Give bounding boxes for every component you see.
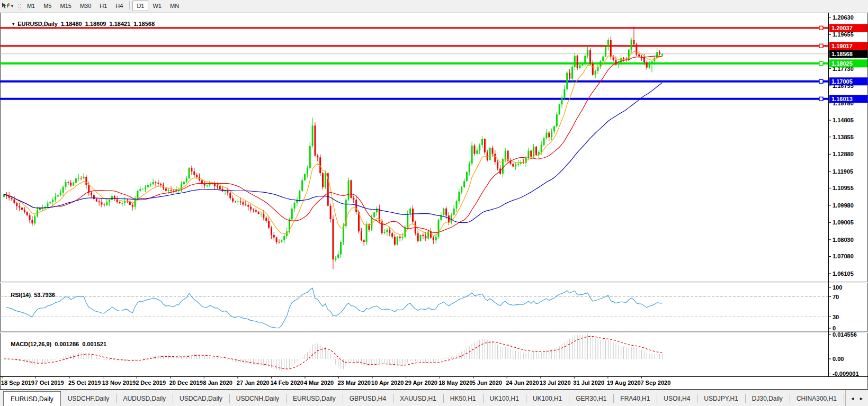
- tab-usdjpy-h1[interactable]: USDJPY,H1: [697, 390, 745, 406]
- candle-body: [659, 52, 660, 53]
- candle-body: [574, 56, 576, 67]
- tab-eurusd-daily[interactable]: EURUSD,Daily: [3, 391, 61, 406]
- quote-close: 1.18568: [133, 21, 155, 27]
- x-tick-label: 25 Oct 2019: [68, 380, 101, 386]
- candle-body: [291, 209, 293, 220]
- candle-body: [361, 231, 362, 240]
- candle-body: [217, 186, 218, 187]
- timeframe-button-H1[interactable]: H1: [95, 1, 111, 11]
- tab-usdcad-daily[interactable]: USDCAD,Daily: [173, 390, 229, 406]
- timeframe-button-D1[interactable]: D1: [132, 1, 148, 11]
- candle-body: [135, 199, 136, 207]
- timeframe-button-W1[interactable]: W1: [148, 1, 166, 11]
- tab-scroll-left-icon[interactable]: ◄: [850, 396, 855, 401]
- y-tick-label: 1.13855: [833, 134, 854, 140]
- candle-body: [458, 192, 460, 201]
- candle-body: [299, 191, 300, 200]
- candle-body: [353, 198, 354, 200]
- candle-body: [366, 224, 368, 242]
- candle-body: [391, 233, 393, 237]
- candle-body: [505, 151, 506, 159]
- candle-body: [255, 210, 257, 212]
- tab-china300-h1[interactable]: CHINA300,H1: [790, 390, 844, 406]
- timeframe-button-M15[interactable]: M15: [56, 1, 75, 11]
- candle-body: [317, 156, 318, 157]
- candle-body: [24, 210, 25, 212]
- candle-body: [165, 188, 167, 191]
- tab-usdcnh-daily[interactable]: USDCNH,Daily: [229, 390, 286, 406]
- price-level-handle[interactable]: [819, 44, 823, 48]
- candle-body: [137, 191, 138, 199]
- candle-body: [219, 186, 221, 189]
- candle-body: [595, 71, 596, 75]
- price-tag-label: 1.18025: [831, 60, 853, 67]
- candle-body: [19, 206, 20, 207]
- tab-fra40-h1[interactable]: FRA40,H1: [613, 390, 657, 406]
- tab-uk100-h1[interactable]: UK100,H1: [483, 390, 526, 406]
- chart-cursor-icon[interactable]: [1, 2, 10, 10]
- candle-body: [420, 235, 422, 241]
- candle-body: [16, 203, 17, 206]
- chevron-down-icon[interactable]: ▼: [10, 4, 14, 8]
- tab-dj30-daily[interactable]: DJ30,Daily: [745, 390, 790, 406]
- chart-menu-icon[interactable]: ▼: [11, 22, 15, 26]
- timeframe-button-M30[interactable]: M30: [76, 1, 95, 11]
- tab-usdchf-daily[interactable]: USDCHF,Daily: [61, 390, 117, 406]
- candle-body: [646, 62, 648, 68]
- quote-open: 1.18480: [61, 21, 82, 27]
- timeframe-button-M1[interactable]: M1: [23, 1, 39, 11]
- price-level-handle[interactable]: [819, 61, 823, 65]
- rsi-tick-label: 100: [833, 284, 842, 291]
- y-tick-label: 1.10955: [833, 185, 854, 191]
- candle-body: [150, 184, 151, 185]
- candle-body: [551, 131, 552, 137]
- candle-body: [515, 165, 516, 167]
- timeframe-button-H4[interactable]: H4: [111, 1, 127, 11]
- tab-eurusd-daily[interactable]: EURUSD,Daily: [286, 390, 343, 406]
- candle-body: [445, 209, 447, 215]
- tab-xauusd-h1[interactable]: XAUUSD,H1: [393, 390, 443, 406]
- candle-body: [132, 205, 133, 207]
- candle-body: [301, 181, 303, 191]
- tab-usoil-h4[interactable]: USOil,H4: [657, 390, 697, 406]
- candle-body: [577, 56, 578, 68]
- price-level-handle[interactable]: [819, 97, 823, 101]
- tab-scroll-right-icon[interactable]: ►: [859, 396, 864, 401]
- candle-body: [80, 178, 82, 178]
- tab-ger30-h1[interactable]: GER30,H1: [569, 390, 613, 406]
- candle-body: [191, 168, 192, 172]
- tab-gbpusd-h4[interactable]: GBPUSD,H4: [343, 390, 393, 406]
- candle-body: [563, 89, 565, 98]
- candle-body: [463, 181, 465, 187]
- candle-body: [325, 173, 326, 187]
- rsi-tick-label: 30: [833, 314, 839, 320]
- candle-body: [512, 164, 514, 167]
- price-tag-label: 1.18568: [831, 51, 853, 57]
- candle-body: [47, 203, 49, 206]
- candle-body: [276, 238, 278, 242]
- timeframe-button-MN[interactable]: MN: [166, 1, 183, 11]
- candle-body: [330, 206, 332, 219]
- candle-body: [278, 242, 280, 242]
- tab-usoil-h1[interactable]: USOil,H1: [844, 390, 845, 406]
- x-tick-label: 19 Aug 2020: [607, 380, 641, 386]
- tab-hk50-h1[interactable]: HK50,H1: [443, 390, 483, 406]
- candle-body: [517, 164, 519, 165]
- candle-body: [153, 182, 154, 184]
- tab-uk100-h1[interactable]: UK100,H1: [526, 390, 569, 406]
- candle-body: [433, 238, 434, 240]
- timeframe-button-M5[interactable]: M5: [39, 1, 56, 11]
- candle-body: [207, 185, 208, 186]
- candle-body: [587, 50, 588, 56]
- candle-body: [101, 202, 102, 204]
- y-tick-label: 1.19655: [833, 31, 854, 38]
- candle-body: [636, 44, 637, 55]
- price-level-handle[interactable]: [819, 79, 823, 83]
- candle-body: [157, 183, 159, 184]
- price-level-handle[interactable]: [819, 26, 823, 30]
- candle-body: [65, 182, 67, 187]
- price-chart[interactable]: 1.206301.196551.186801.177301.167551.157…: [0, 0, 868, 390]
- candle-body: [225, 191, 226, 191]
- candle-body: [31, 220, 33, 224]
- tab-audusd-daily[interactable]: AUDUSD,Daily: [116, 390, 173, 406]
